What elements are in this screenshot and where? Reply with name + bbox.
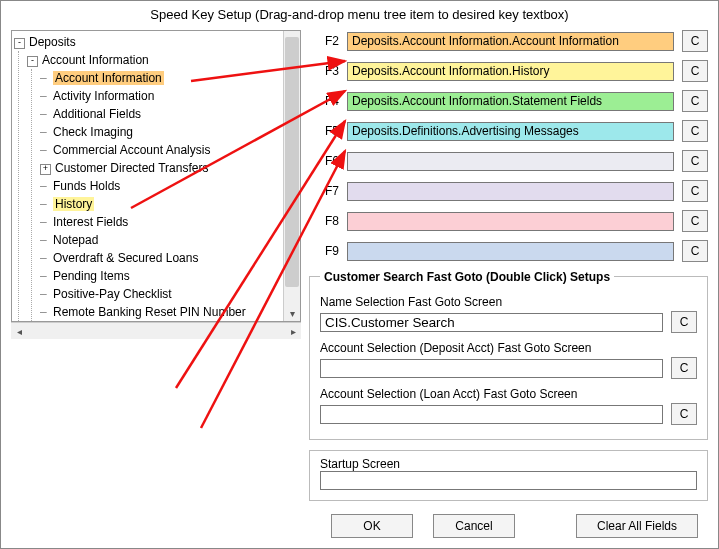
clear-button[interactable]: C [682,30,708,52]
speed-key-setup-window: Speed Key Setup (Drag-and-drop menu tree… [0,0,719,549]
tree-dash-icon: – [40,231,49,249]
tree-dash-icon: – [40,87,49,105]
tree-node-account-information[interactable]: Account Information [42,53,149,67]
acct-dep-label: Account Selection (Deposit Acct) Fast Go… [320,341,697,355]
tree-item[interactable]: Check Imaging [53,125,133,139]
fkey-input-f3[interactable] [347,62,674,81]
fkey-input-f6[interactable] [347,152,674,171]
fkey-label: F5 [309,124,347,138]
fkey-label: F3 [309,64,347,78]
tree-item[interactable]: Additional Fields [53,107,141,121]
tree-item[interactable]: Interest Fields [53,215,128,229]
scroll-down-icon[interactable]: ▾ [284,305,300,321]
tree-item[interactable]: History [53,197,94,211]
tree-item[interactable]: Remote Banking Reset PIN Number [53,305,246,319]
right-panel: F2CF3CF4CF5CF6CF7CF8CF9C Customer Search… [309,30,708,506]
window-title: Speed Key Setup (Drag-and-drop menu tree… [1,1,718,26]
startup-input[interactable] [320,471,697,490]
fkey-input-f7[interactable] [347,182,674,201]
tree-dash-icon: – [40,141,49,159]
clear-button[interactable]: C [682,150,708,172]
fkey-input-f8[interactable] [347,212,674,231]
acct-loan-label: Account Selection (Loan Acct) Fast Goto … [320,387,697,401]
vertical-scrollbar[interactable]: ▴ ▾ [283,31,300,321]
expand-icon[interactable]: + [40,164,51,175]
fkey-label: F6 [309,154,347,168]
tree-dash-icon: – [40,177,49,195]
fkey-input-f9[interactable] [347,242,674,261]
tree-item[interactable]: Notepad [53,233,98,247]
name-selection-input[interactable] [320,313,663,332]
collapse-icon[interactable]: - [14,38,25,49]
clear-button[interactable]: C [682,180,708,202]
startup-label: Startup Screen [320,457,697,471]
tree-dash-icon: – [40,285,49,303]
tree-item[interactable]: Positive-Pay Checklist [53,287,172,301]
tree-item[interactable]: Funds Holds [53,179,120,193]
footer: OK Cancel Clear All Fields [331,506,718,548]
fkey-label: F2 [309,34,347,48]
clear-button[interactable]: C [671,357,697,379]
tree-scroll[interactable]: -Deposits -Account Information –Account … [12,31,283,321]
tree-item[interactable]: Overdraft & Secured Loans [53,251,198,265]
tree-dash-icon: – [40,249,49,267]
ok-button[interactable]: OK [331,514,413,538]
clear-button[interactable]: C [671,403,697,425]
clear-button[interactable]: C [682,120,708,142]
fkey-label: F8 [309,214,347,228]
tree-dash-icon: – [40,105,49,123]
tree-item[interactable]: Commercial Account Analysis [53,143,210,157]
fast-goto-title: Customer Search Fast Goto (Double Click)… [320,270,614,284]
fast-goto-group: Customer Search Fast Goto (Double Click)… [309,276,708,440]
clear-button[interactable]: C [682,90,708,112]
acct-loan-input[interactable] [320,405,663,424]
fkey-label: F7 [309,184,347,198]
tree-dash-icon: – [40,195,49,213]
fkey-label: F9 [309,244,347,258]
horizontal-scrollbar[interactable]: ◂ ▸ [11,322,301,339]
menu-tree[interactable]: -Deposits -Account Information –Account … [11,30,301,322]
scroll-right-icon[interactable]: ▸ [285,326,301,337]
tree-dash-icon: – [40,303,49,321]
tree-item[interactable]: Account Information [53,71,164,85]
fkey-label: F4 [309,94,347,108]
scroll-thumb[interactable] [285,37,299,287]
tree-node-deposits[interactable]: Deposits [29,35,76,49]
acct-dep-input[interactable] [320,359,663,378]
tree-dash-icon: – [40,123,49,141]
body: -Deposits -Account Information –Account … [1,26,718,506]
tree-item[interactable]: Activity Information [53,89,154,103]
clear-button[interactable]: C [682,60,708,82]
cancel-button[interactable]: Cancel [433,514,515,538]
clear-button[interactable]: C [671,311,697,333]
fkey-input-f4[interactable] [347,92,674,111]
startup-group: Startup Screen [309,450,708,501]
tree-dash-icon: – [40,213,49,231]
tree-dash-icon: – [40,69,49,87]
clear-all-button[interactable]: Clear All Fields [576,514,698,538]
name-selection-label: Name Selection Fast Goto Screen [320,295,697,309]
clear-button[interactable]: C [682,240,708,262]
tree-item[interactable]: Pending Items [53,269,130,283]
tree-item[interactable]: Customer Directed Transfers [55,161,208,175]
scroll-left-icon[interactable]: ◂ [11,326,27,337]
clear-button[interactable]: C [682,210,708,232]
fkey-input-f5[interactable] [347,122,674,141]
tree-dash-icon: – [40,267,49,285]
fkey-input-f2[interactable] [347,32,674,51]
collapse-icon[interactable]: - [27,56,38,67]
